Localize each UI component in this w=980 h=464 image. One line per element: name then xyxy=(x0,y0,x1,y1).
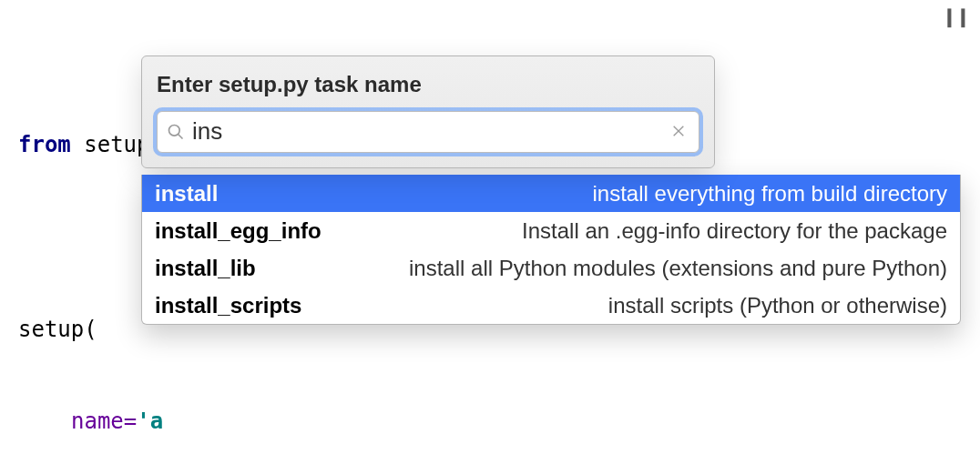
pause-icon[interactable]: ❙❙ xyxy=(942,4,969,29)
keyword-from: from xyxy=(18,132,71,157)
suggestion-name: install_scripts xyxy=(155,290,301,321)
popup-title: Enter setup.py task name xyxy=(157,69,699,100)
param-name-value: 'a xyxy=(137,409,163,434)
suggestion-desc: Install an .egg-info directory for the p… xyxy=(522,216,947,247)
search-input[interactable] xyxy=(185,117,668,146)
search-field-wrapper[interactable] xyxy=(157,111,699,153)
suggestion-name: install_egg_info xyxy=(155,216,322,247)
task-name-popup: Enter setup.py task name xyxy=(141,55,715,168)
clear-icon[interactable] xyxy=(668,116,689,148)
suggestion-desc: install everything from build directory xyxy=(593,178,948,209)
param-name: name= xyxy=(71,409,137,434)
suggestions-list: install install everything from build di… xyxy=(141,175,961,325)
suggestion-item[interactable]: install install everything from build di… xyxy=(142,175,960,212)
suggestion-item[interactable]: install_egg_info Install an .egg-info di… xyxy=(142,212,960,249)
svg-point-0 xyxy=(169,125,180,136)
suggestion-name: install xyxy=(155,178,218,209)
suggestion-desc: install all Python modules (extensions a… xyxy=(409,253,947,284)
code-line: name='a xyxy=(18,406,962,437)
suggestion-desc: install scripts (Python or otherwise) xyxy=(608,290,947,321)
suggestion-item[interactable]: install_scripts install scripts (Python … xyxy=(142,287,960,324)
search-icon xyxy=(167,123,185,141)
suggestion-item[interactable]: install_lib install all Python modules (… xyxy=(142,249,960,287)
suggestion-name: install_lib xyxy=(155,253,256,284)
call-setup: setup( xyxy=(18,317,97,342)
svg-line-1 xyxy=(179,134,183,138)
